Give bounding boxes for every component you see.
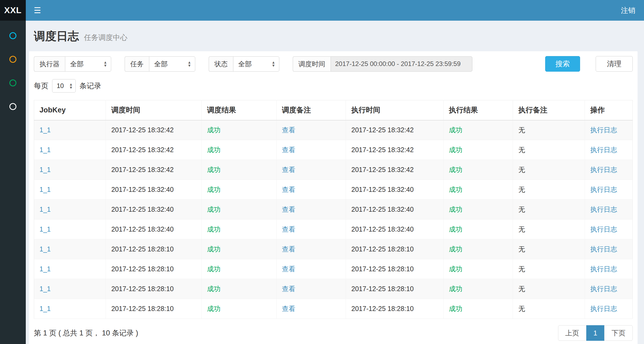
table-row: 1_1 2017-12-25 18:28:10 成功 查看 2017-12-25… <box>34 259 633 279</box>
sidebar-item-4[interactable] <box>0 95 26 118</box>
execution-log-link[interactable]: 执行日志 <box>590 206 617 213</box>
execution-log-link[interactable]: 执行日志 <box>590 285 617 292</box>
app-logo: XXL <box>0 0 26 21</box>
sidebar-item-1[interactable] <box>0 24 26 47</box>
handle-time-cell: 2017-12-25 18:28:10 <box>346 239 443 259</box>
trigger-time-cell: 2017-12-25 18:28:10 <box>106 299 202 319</box>
table-header-row: JobKey 调度时间 调度结果 调度备注 执行时间 执行结果 执行备注 操作 <box>34 100 633 120</box>
trigger-time-range-input[interactable]: 2017-12-25 00:00:00 - 2017-12-25 23:59:5… <box>331 56 472 72</box>
select-arrows-icon: ▲▼ <box>103 61 107 67</box>
jobkey-link[interactable]: 1_1 <box>39 305 51 312</box>
jobkey-link[interactable]: 1_1 <box>39 166 51 173</box>
jobkey-link[interactable]: 1_1 <box>39 265 51 273</box>
jobkey-link[interactable]: 1_1 <box>39 285 51 292</box>
trigger-result-text: 成功 <box>207 166 220 173</box>
sidebar-item-3[interactable] <box>0 71 26 95</box>
filter-row: 执行器 全部 ▲▼ 任务 全部 ▲▼ 状态 全部 ▲▼ <box>34 56 633 72</box>
page-size-suffix: 条记录 <box>79 81 101 91</box>
trigger-remark-link[interactable]: 查看 <box>282 146 295 153</box>
handle-time-cell: 2017-12-25 18:32:40 <box>346 200 443 219</box>
status-select-value: 全部 <box>238 60 252 68</box>
navbar-spacer <box>49 0 612 21</box>
trigger-remark-link[interactable]: 查看 <box>282 225 295 233</box>
executor-select-value: 全部 <box>70 60 84 68</box>
jobkey-link[interactable]: 1_1 <box>39 126 51 134</box>
trigger-remark-link[interactable]: 查看 <box>282 305 295 312</box>
handle-remark-cell: 无 <box>513 140 585 160</box>
trigger-result-text: 成功 <box>207 126 220 134</box>
trigger-remark-link[interactable]: 查看 <box>282 126 295 134</box>
trigger-remark-link[interactable]: 查看 <box>282 166 295 173</box>
handle-time-cell: 2017-12-25 18:32:40 <box>346 219 443 239</box>
table-row: 1_1 2017-12-25 18:32:42 成功 查看 2017-12-25… <box>34 120 633 140</box>
trigger-result-text: 成功 <box>207 225 220 233</box>
trigger-time-cell: 2017-12-25 18:28:10 <box>106 239 202 259</box>
pagination: 上页 1 下页 <box>558 325 633 341</box>
handle-result-text: 成功 <box>449 285 462 292</box>
trigger-remark-link[interactable]: 查看 <box>282 285 295 292</box>
execution-log-link[interactable]: 执行日志 <box>590 186 617 193</box>
executor-filter-group: 执行器 全部 ▲▼ <box>34 56 111 72</box>
execution-log-link[interactable]: 执行日志 <box>590 225 617 233</box>
log-table-body: 1_1 2017-12-25 18:32:42 成功 查看 2017-12-25… <box>34 120 633 319</box>
job-select-value: 全部 <box>154 60 168 68</box>
trigger-remark-link[interactable]: 查看 <box>282 265 295 273</box>
page-1-button[interactable]: 1 <box>586 325 605 341</box>
handle-time-cell: 2017-12-25 18:32:42 <box>346 160 443 180</box>
trigger-time-cell: 2017-12-25 18:28:10 <box>106 279 202 299</box>
execution-log-link[interactable]: 执行日志 <box>590 166 617 173</box>
handle-result-text: 成功 <box>449 245 462 253</box>
table-row: 1_1 2017-12-25 18:32:42 成功 查看 2017-12-25… <box>34 140 633 160</box>
executor-filter-label: 执行器 <box>34 56 65 72</box>
sidebar-menu <box>0 21 26 344</box>
handle-remark-cell: 无 <box>513 160 585 180</box>
trigger-time-cell: 2017-12-25 18:32:42 <box>106 160 202 180</box>
status-select[interactable]: 全部 ▲▼ <box>233 56 279 72</box>
trigger-remark-link[interactable]: 查看 <box>282 245 295 253</box>
search-button[interactable]: 搜索 <box>545 56 580 72</box>
executor-select[interactable]: 全部 ▲▼ <box>65 56 111 72</box>
execution-log-link[interactable]: 执行日志 <box>590 305 617 312</box>
trigger-time-filter-group: 调度时间 2017-12-25 00:00:00 - 2017-12-25 23… <box>293 56 472 72</box>
handle-result-text: 成功 <box>449 206 462 213</box>
col-header-handle-remark: 执行备注 <box>513 100 585 120</box>
trigger-result-text: 成功 <box>207 186 220 193</box>
sidebar-item-2[interactable] <box>0 47 26 71</box>
col-header-trigger-time: 调度时间 <box>106 100 202 120</box>
execution-log-link[interactable]: 执行日志 <box>590 126 617 134</box>
page-title: 调度日志 <box>34 30 79 42</box>
col-header-action: 操作 <box>585 100 632 120</box>
trigger-result-text: 成功 <box>207 146 220 153</box>
content-header: 调度日志 任务调度中心 <box>26 21 644 51</box>
jobkey-link[interactable]: 1_1 <box>39 206 51 213</box>
page-size-select[interactable]: 10 ▲▼ <box>52 79 76 93</box>
pagination-summary: 第 1 页 ( 总共 1 页， 10 条记录 ) <box>34 328 138 338</box>
handle-remark-cell: 无 <box>513 239 585 259</box>
sidebar-toggle-button[interactable]: ☰ <box>26 0 49 21</box>
table-row: 1_1 2017-12-25 18:32:40 成功 查看 2017-12-25… <box>34 200 633 219</box>
table-row: 1_1 2017-12-25 18:32:40 成功 查看 2017-12-25… <box>34 180 633 200</box>
logout-button[interactable]: 注销 <box>612 0 644 21</box>
job-filter-label: 任务 <box>125 56 149 72</box>
handle-time-cell: 2017-12-25 18:32:42 <box>346 140 443 160</box>
trigger-remark-link[interactable]: 查看 <box>282 206 295 213</box>
job-select[interactable]: 全部 ▲▼ <box>149 56 195 72</box>
execution-log-link[interactable]: 执行日志 <box>590 265 617 273</box>
jobkey-link[interactable]: 1_1 <box>39 245 51 253</box>
next-page-button[interactable]: 下页 <box>604 325 633 341</box>
clear-button[interactable]: 清理 <box>596 56 633 72</box>
execution-log-link[interactable]: 执行日志 <box>590 146 617 153</box>
handle-remark-cell: 无 <box>513 259 585 279</box>
select-arrows-icon: ▲▼ <box>187 61 191 67</box>
execution-log-link[interactable]: 执行日志 <box>590 245 617 253</box>
handle-time-cell: 2017-12-25 18:32:42 <box>346 120 443 140</box>
jobkey-link[interactable]: 1_1 <box>39 146 51 153</box>
col-header-handle-result: 执行结果 <box>443 100 513 120</box>
jobkey-link[interactable]: 1_1 <box>39 225 51 233</box>
trigger-remark-link[interactable]: 查看 <box>282 186 295 193</box>
trigger-time-filter-label: 调度时间 <box>293 56 331 72</box>
jobkey-link[interactable]: 1_1 <box>39 186 51 193</box>
page-size-value: 10 <box>57 82 64 90</box>
table-row: 1_1 2017-12-25 18:28:10 成功 查看 2017-12-25… <box>34 299 633 319</box>
prev-page-button[interactable]: 上页 <box>558 325 587 341</box>
